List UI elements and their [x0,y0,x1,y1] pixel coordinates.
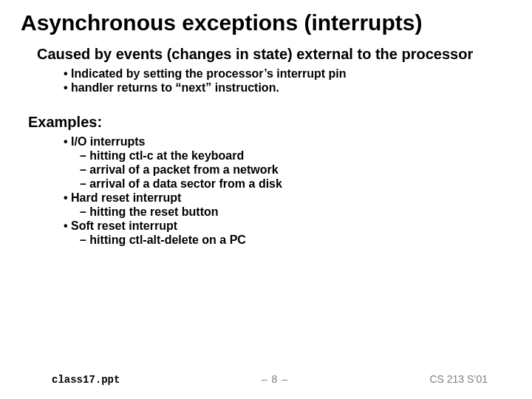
example-sub: hitting the reset button [64,205,511,219]
bullet: Indicated by setting the processor’s int… [64,67,511,81]
examples-heading: Examples: [28,114,511,131]
example-sub: arrival of a data sector from a disk [64,177,511,191]
examples-list: I/O interrupts hitting ctl-c at the keyb… [21,135,511,247]
caused-heading: Caused by events (changes in state) exte… [21,46,511,63]
footer-file: class17.ppt [52,374,120,386]
footer: class17.ppt – 8 – CS 213 S’01 [0,373,532,386]
slide: Asynchronous exceptions (interrupts) Cau… [0,0,532,399]
example-item: I/O interrupts [64,135,511,149]
example-item: Hard reset interrupt [64,191,511,205]
example-sub: hitting ctl-c at the keyboard [64,149,511,163]
example-sub: arrival of a packet from a network [64,163,511,177]
example-item: Soft reset interrupt [64,219,511,233]
bullet: handler returns to “next” instruction. [64,81,511,95]
footer-page: – 8 – [262,373,288,385]
example-sub: hitting ctl-alt-delete on a PC [64,233,511,247]
slide-title: Asynchronous exceptions (interrupts) [21,10,511,35]
caused-bullets: Indicated by setting the processor’s int… [21,67,511,95]
footer-course: CS 213 S’01 [429,373,488,385]
